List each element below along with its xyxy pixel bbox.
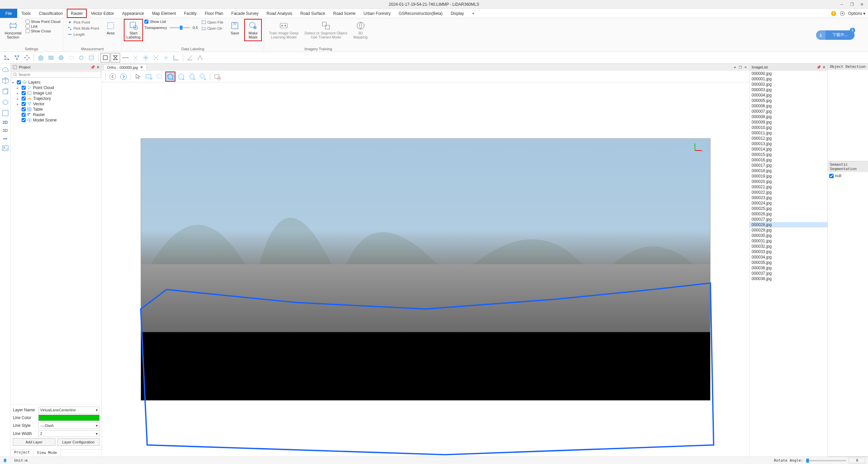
layers-checkbox[interactable] bbox=[17, 80, 21, 84]
leftbar-cloud-icon[interactable] bbox=[2, 66, 9, 74]
image-list-item[interactable]: 000036.jpg bbox=[750, 265, 828, 271]
tool-ellipse-dash[interactable] bbox=[66, 53, 76, 62]
image-list-item[interactable]: 000004.jpg bbox=[750, 92, 828, 98]
tool-hourglass[interactable] bbox=[111, 53, 120, 62]
train-model-button[interactable]: Train Image Deep Learning Model bbox=[267, 20, 301, 40]
image-list-item[interactable]: 000032.jpg bbox=[750, 244, 828, 249]
image-list-item[interactable]: 000027.jpg bbox=[750, 217, 828, 222]
tool-dots[interactable] bbox=[151, 53, 161, 62]
image-list-item[interactable]: 000016.jpg bbox=[750, 157, 828, 163]
delete-tool[interactable] bbox=[212, 72, 222, 82]
horizontal-section-button[interactable]: Horizontal Section bbox=[3, 20, 24, 40]
menu-appearance[interactable]: Appearance bbox=[118, 9, 148, 18]
view-2d-button[interactable]: 2D bbox=[3, 120, 8, 125]
search-a-tool[interactable]: A bbox=[198, 72, 208, 82]
tool-angle-2[interactable] bbox=[195, 53, 205, 62]
polygon-m-tool[interactable]: M bbox=[165, 72, 175, 82]
maximize-button[interactable]: ❐ bbox=[850, 2, 854, 6]
null-checkbox[interactable]: null bbox=[829, 173, 867, 178]
open-dir-button[interactable]: Open Dir bbox=[200, 26, 225, 31]
image-list-item[interactable]: 000018.jpg bbox=[750, 168, 828, 173]
image-list-item[interactable]: 000010.jpg bbox=[750, 125, 828, 130]
image-list-item[interactable]: 000006.jpg bbox=[750, 103, 828, 109]
rotate-slider[interactable] bbox=[806, 460, 846, 461]
show-list-checkbox[interactable]: Show List bbox=[144, 20, 198, 24]
tool-pentagon[interactable] bbox=[36, 53, 46, 62]
line-width-input[interactable]: 2▾ bbox=[38, 430, 100, 437]
menu-facility[interactable]: Facility bbox=[180, 9, 201, 18]
trajectory-checkbox[interactable] bbox=[22, 97, 26, 101]
menu-map-element[interactable]: Map Element bbox=[148, 9, 180, 18]
menu-road-surface[interactable]: Road Surface bbox=[296, 9, 329, 18]
nav-back-button[interactable] bbox=[108, 72, 118, 82]
image-list-item[interactable]: 000031.jpg bbox=[750, 238, 828, 244]
table-checkbox[interactable] bbox=[22, 107, 26, 111]
menu-urban-forestry[interactable]: Urban Forestry bbox=[360, 9, 395, 18]
point-cloud-checkbox[interactable] bbox=[22, 86, 26, 90]
tree-layers[interactable]: Layers bbox=[28, 80, 40, 85]
tool-graph-1[interactable] bbox=[2, 53, 11, 62]
image-list-item[interactable]: 000022.jpg bbox=[750, 190, 828, 195]
hexagon-a-tool[interactable]: A bbox=[187, 72, 197, 82]
search-box[interactable] bbox=[11, 72, 101, 78]
polygon-a-tool[interactable]: A bbox=[176, 72, 186, 82]
menu-facade-survey[interactable]: Facade Survey bbox=[227, 9, 263, 18]
rect-dash-tool[interactable] bbox=[155, 72, 165, 82]
image-list-item[interactable]: 000029.jpg bbox=[750, 227, 828, 233]
image-list-item[interactable]: 000000.jpg bbox=[750, 71, 828, 76]
image-list-item[interactable]: 000030.jpg bbox=[750, 233, 828, 238]
nav-forward-button[interactable] bbox=[118, 72, 129, 82]
tree-point-cloud[interactable]: Point Cloud bbox=[33, 85, 54, 90]
open-file-button[interactable]: Open File bbox=[200, 20, 225, 25]
pick-point-button[interactable]: Pick Point bbox=[66, 20, 101, 25]
show-cross-checkbox[interactable]: Show Cross bbox=[26, 29, 60, 33]
leftbar-cube-icon[interactable] bbox=[2, 77, 9, 84]
image-list-item[interactable]: 000011.jpg bbox=[750, 130, 828, 136]
pick-multi-point-button[interactable]: Pick Multi-Point bbox=[66, 26, 101, 31]
tab-float-icon[interactable]: ❐ bbox=[738, 65, 743, 69]
image-list-item[interactable]: 000024.jpg bbox=[750, 200, 828, 206]
menu-tools[interactable]: Tools bbox=[17, 9, 35, 18]
download-pill[interactable]: 下载中... 5 bbox=[816, 30, 855, 40]
tab-close-icon[interactable]: ✕ bbox=[743, 65, 748, 69]
line-style-select[interactable]: ----Dash▾ bbox=[38, 422, 100, 429]
add-layer-button[interactable]: Add Layer bbox=[13, 438, 55, 446]
tool-graph-2[interactable] bbox=[12, 53, 22, 62]
area-button[interactable]: Area bbox=[103, 20, 119, 36]
tree-model-scene[interactable]: Model Scene bbox=[33, 118, 57, 122]
layer-config-button[interactable]: Layer Configuration bbox=[57, 438, 100, 446]
line-color-picker[interactable] bbox=[38, 415, 100, 421]
show-point-cloud-checkbox[interactable]: Show Point Cloud bbox=[26, 20, 60, 24]
tool-star[interactable] bbox=[141, 53, 150, 62]
menu-classification[interactable]: Classification bbox=[35, 9, 67, 18]
image-list-item[interactable]: 000012.jpg bbox=[750, 136, 828, 141]
tool-rect-select[interactable] bbox=[101, 53, 110, 62]
image-list-item[interactable]: 000008.jpg bbox=[750, 114, 828, 119]
tree-vector[interactable]: Vector bbox=[33, 102, 45, 106]
menu-plus[interactable]: + bbox=[468, 9, 478, 18]
vector-checkbox[interactable] bbox=[22, 102, 26, 106]
search-input[interactable] bbox=[19, 73, 99, 77]
close-panel-icon[interactable]: ✕ bbox=[96, 65, 100, 70]
pointer-tool[interactable] bbox=[133, 72, 143, 82]
menu-gsreconstruction[interactable]: GSReconstruction(Beta) bbox=[395, 9, 447, 18]
start-labeling-button[interactable]: Start Labeling bbox=[124, 20, 143, 40]
gear-icon[interactable] bbox=[839, 10, 845, 17]
imagelist-pin[interactable]: 📌 bbox=[816, 65, 821, 70]
layer-name-select[interactable]: VirtualLaneCenterline▾ bbox=[38, 407, 100, 413]
leftbar-image-icon[interactable] bbox=[2, 144, 9, 152]
leftbar-cube2-icon[interactable] bbox=[2, 99, 9, 106]
tab-menu-icon[interactable]: ▾ bbox=[732, 65, 737, 69]
rotate-value[interactable]: 0 bbox=[849, 458, 865, 463]
menu-floor-plan[interactable]: Floor Plan bbox=[201, 9, 227, 18]
tool-target[interactable] bbox=[161, 53, 171, 62]
image-list-item[interactable]: 000035.jpg bbox=[750, 260, 828, 265]
leftbar-box2-icon[interactable] bbox=[2, 109, 9, 117]
leftbar-dots[interactable]: ••• bbox=[3, 136, 7, 141]
image-list-item[interactable]: 000009.jpg bbox=[750, 119, 828, 125]
imagelist-close[interactable]: ✕ bbox=[822, 65, 825, 70]
image-list-item[interactable]: 000014.jpg bbox=[750, 146, 828, 152]
image-list-checkbox[interactable] bbox=[22, 91, 26, 95]
leftbar-box-icon[interactable] bbox=[2, 88, 9, 95]
menu-road-analysis[interactable]: Road Analysis bbox=[262, 9, 296, 18]
